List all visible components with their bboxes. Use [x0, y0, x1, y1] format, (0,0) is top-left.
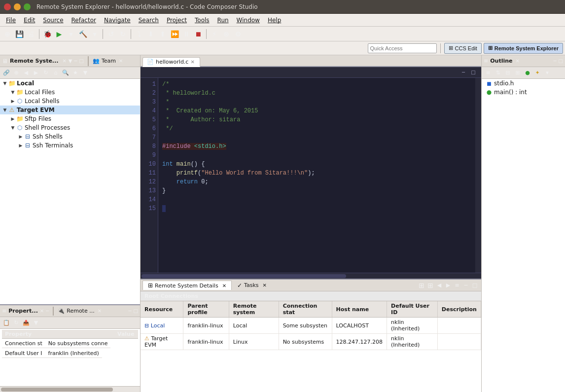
- col-desc[interactable]: Description: [437, 301, 481, 318]
- toolbar-link1[interactable]: 🔗: [2, 69, 11, 77]
- window-minimize-button[interactable]: [14, 3, 21, 10]
- menu-file[interactable]: File: [2, 16, 20, 25]
- bp-toolbar-btn3[interactable]: ◀: [435, 281, 444, 290]
- col-connection[interactable]: Connection stat: [279, 301, 332, 318]
- col-parent[interactable]: Parent profile: [183, 301, 229, 318]
- tasks-close[interactable]: ✕: [263, 283, 267, 288]
- step-out[interactable]: ⬆: [157, 29, 168, 39]
- menu-help[interactable]: Help: [264, 16, 285, 25]
- properties-close-icon[interactable]: ✕: [40, 308, 44, 314]
- tree-item-ssh-shells[interactable]: ▶ ⊟ Ssh Shells: [0, 132, 140, 141]
- toolbar-forward[interactable]: ▶: [32, 69, 40, 77]
- run-dropdown[interactable]: ▾: [66, 29, 76, 39]
- undo-button[interactable]: ↺: [106, 29, 116, 39]
- left-panel-max-icon[interactable]: □: [79, 58, 84, 64]
- remote-properties-close-icon[interactable]: ✕: [98, 308, 102, 314]
- menu-refactor[interactable]: Refactor: [68, 16, 100, 25]
- build-button[interactable]: 🔨: [77, 29, 88, 39]
- bp-toolbar-btn2[interactable]: ⊞: [426, 281, 435, 290]
- outline-item-main[interactable]: ● main() : int: [482, 88, 565, 97]
- tab-remote-system-details[interactable]: ⊞ Remote System Details ✕: [142, 281, 232, 290]
- toolbar-dropdown[interactable]: ▼: [81, 69, 90, 77]
- helloworld-tab-close[interactable]: ✕: [190, 59, 194, 65]
- tree-item-local-shells[interactable]: ▶ ⬡ Local Shells: [0, 97, 140, 106]
- code-content[interactable]: /* * helloworld.c * * Created on: May 6,…: [158, 78, 475, 273]
- outline-tb-collapse[interactable]: ≡: [484, 69, 493, 77]
- bp-min-btn[interactable]: ─: [461, 281, 470, 290]
- tree-item-local-files[interactable]: ▼ 📁 Local Files: [0, 88, 140, 97]
- target-connect[interactable]: ⚡: [209, 29, 220, 39]
- outline-item-stdio[interactable]: ■ stdio.h: [482, 79, 565, 88]
- step-over[interactable]: ⤵: [134, 29, 144, 39]
- bp-max-btn[interactable]: □: [470, 281, 479, 290]
- resume[interactable]: ⏩: [169, 29, 180, 39]
- editor-max-btn[interactable]: □: [469, 69, 477, 76]
- toolbar-star[interactable]: ★: [71, 69, 80, 77]
- left-panel-min-icon[interactable]: ─: [74, 58, 77, 64]
- window-close-button[interactable]: [4, 3, 11, 10]
- menu-navigate[interactable]: Navigate: [100, 16, 135, 25]
- prop-row-user[interactable]: Default User I franklin (Inherited): [2, 349, 114, 358]
- build-dropdown[interactable]: ▾: [89, 29, 100, 39]
- team-close-icon[interactable]: ✕: [119, 58, 123, 64]
- stop-debug[interactable]: ⏹: [193, 29, 204, 39]
- bp-toolbar-btn1[interactable]: ⊞: [417, 281, 426, 290]
- bp-toolbar-btn5[interactable]: ≡: [453, 281, 461, 290]
- window-maximize-button[interactable]: [24, 3, 31, 10]
- tree-item-shell-processes[interactable]: ▼ ⬡ Shell Processes: [0, 123, 140, 132]
- save-button[interactable]: 💾: [14, 29, 25, 39]
- prop-row-connection[interactable]: Connection st No subsystems conne: [2, 339, 114, 349]
- tab-tasks[interactable]: ✓ Tasks ✕: [232, 281, 272, 290]
- menu-project[interactable]: Project: [163, 16, 191, 25]
- outline-min-icon[interactable]: ─: [554, 58, 557, 64]
- toolbar-refresh[interactable]: ↻: [41, 69, 50, 77]
- editor-hscroll[interactable]: [141, 273, 481, 279]
- properties-max-icon[interactable]: □: [134, 308, 138, 314]
- outline-tb-arrow[interactable]: ▾: [543, 69, 552, 77]
- col-user[interactable]: Default User ID: [387, 301, 438, 318]
- outline-tb-filter1[interactable]: ⊟: [503, 69, 512, 77]
- toolbar-add[interactable]: ⊕: [12, 69, 21, 77]
- code-scrollbar[interactable]: [475, 78, 481, 273]
- tree-item-sftp-files[interactable]: ▶ 📁 Sftp Files: [0, 114, 140, 123]
- toolbar-back[interactable]: ◀: [22, 69, 31, 77]
- suspend[interactable]: ⏸: [181, 29, 192, 39]
- step-into[interactable]: ⬇: [145, 29, 156, 39]
- menu-tools[interactable]: Tools: [191, 16, 213, 25]
- hscroll-thumb[interactable]: [141, 274, 346, 278]
- perspective-remote-explorer[interactable]: ⊞ Remote System Explorer: [484, 43, 563, 54]
- new-button[interactable]: ⊕: [2, 29, 13, 39]
- settings-button[interactable]: ⚙: [233, 29, 244, 39]
- remote-properties-title[interactable]: Remote ...: [67, 308, 94, 314]
- outline-tb-sort[interactable]: ⇅: [494, 69, 502, 77]
- menu-window[interactable]: Window: [233, 16, 264, 25]
- toolbar-filter[interactable]: 🔍: [61, 69, 70, 77]
- col-remote[interactable]: Remote system: [229, 301, 279, 318]
- editor-min-btn[interactable]: ─: [459, 69, 467, 76]
- menu-edit[interactable]: Edit: [20, 16, 39, 25]
- prop-tb-btn3[interactable]: 📤: [22, 319, 31, 327]
- editor-tab-helloworld[interactable]: 📄 helloworld.c ✕: [142, 57, 200, 67]
- target-disconnect[interactable]: ⊗: [221, 29, 232, 39]
- outline-close-icon[interactable]: ✕: [516, 58, 520, 64]
- table-row-local[interactable]: ⊟ Local franklin-linux Local Some subsys…: [141, 318, 481, 334]
- tree-item-ssh-terminals[interactable]: ▶ ⊟ Ssh Terminals: [0, 141, 140, 150]
- outline-tb-green[interactable]: ●: [523, 69, 532, 77]
- outline-max-icon[interactable]: □: [559, 58, 563, 64]
- prop-tb-btn2[interactable]: ↻: [12, 319, 21, 327]
- table-row-target-evm[interactable]: ⚠ Target EVM franklin-linux Linux No sub…: [141, 334, 481, 350]
- bp-toolbar-btn4[interactable]: ▶: [444, 281, 453, 290]
- debug-button[interactable]: 🐞: [42, 29, 53, 39]
- properties-min-icon[interactable]: ─: [46, 308, 49, 314]
- menu-search[interactable]: Search: [135, 16, 163, 25]
- properties-menu-icon[interactable]: ─: [129, 308, 132, 314]
- col-resource[interactable]: Resource: [141, 301, 183, 318]
- tree-item-local[interactable]: ▼ 📁 Local: [0, 79, 140, 88]
- menu-run[interactable]: Run: [213, 16, 233, 25]
- quickaccess-input[interactable]: [368, 43, 437, 53]
- outline-tb-star[interactable]: ✦: [533, 69, 542, 77]
- perspective-ccsedit[interactable]: ⊞ CCS Edit: [444, 43, 482, 54]
- col-host[interactable]: Host name: [332, 301, 387, 318]
- bl-scrollbar[interactable]: [0, 386, 140, 392]
- prop-tb-btn1[interactable]: 📋: [2, 319, 11, 327]
